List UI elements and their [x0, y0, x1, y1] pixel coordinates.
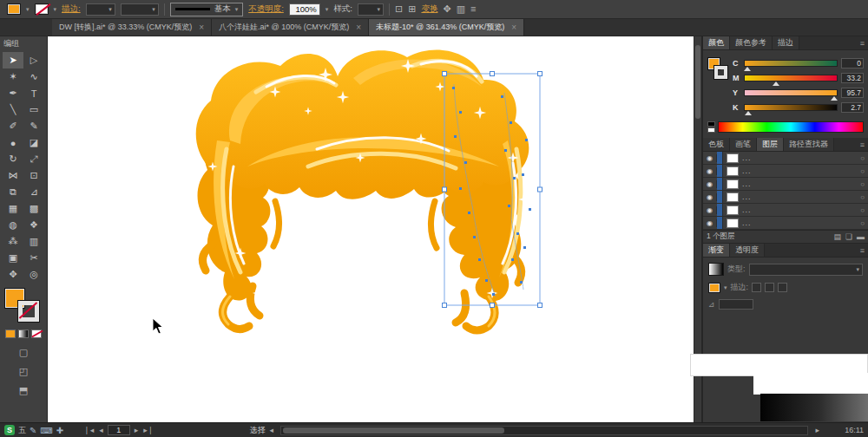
ime-pen-icon[interactable]: ✎ — [30, 426, 36, 435]
panel-stroke-swatch[interactable] — [714, 66, 727, 79]
draw-mode-icon[interactable]: ▢ — [19, 347, 28, 358]
rotate-tool[interactable]: ↻ — [3, 151, 23, 167]
color-tab[interactable]: 颜色 — [703, 36, 730, 49]
document-tab[interactable]: 八个洋娃娃.ai* @ 100% (CMYK/预览)× — [212, 19, 369, 36]
screen-mode-icon[interactable]: ◰ — [19, 366, 28, 377]
perspective-grid-tool[interactable]: ⊿ — [23, 184, 44, 200]
scale-tool[interactable]: ⤢ — [23, 151, 44, 167]
panel-menu-icon[interactable]: ≡ — [470, 4, 476, 14]
color-tab[interactable]: 描边 — [773, 36, 799, 49]
ime-settings-icon[interactable]: ✚ — [56, 426, 63, 435]
layer-target-icon[interactable]: ○ — [860, 180, 865, 188]
stroke-color-swatch[interactable] — [35, 3, 49, 15]
opacity-dropdown-icon[interactable]: ▾ — [326, 6, 329, 13]
panel-menu-icon[interactable]: ≡ — [857, 244, 868, 257]
last-artboard-icon[interactable]: ▸❘ — [142, 426, 155, 434]
layer-row[interactable]: ◉...○ — [703, 152, 868, 165]
paintbrush-tool[interactable]: ✐ — [3, 118, 23, 134]
align-icon[interactable]: ✥ — [443, 4, 450, 14]
gradient-button[interactable] — [18, 329, 29, 338]
delete-layer-icon[interactable]: ▬ — [857, 232, 865, 241]
layer-row[interactable]: ◉...○ — [703, 204, 868, 217]
gradient-swatch-dropdown-icon[interactable]: ▾ — [724, 284, 727, 291]
mesh-tool[interactable]: ▦ — [3, 200, 23, 217]
layer-selection-column[interactable] — [717, 191, 723, 203]
eraser-tool[interactable]: ◪ — [23, 134, 44, 151]
layer-target-icon[interactable]: ○ — [860, 219, 865, 227]
layer-row[interactable]: ◉...○ — [703, 165, 868, 178]
scroll-left-icon[interactable]: ◂ — [268, 426, 274, 434]
channel-slider[interactable] — [744, 60, 838, 67]
stroke-proxy-swatch[interactable] — [18, 301, 39, 322]
stroke-option-1-icon[interactable] — [752, 283, 761, 292]
brush-definition-field[interactable]: ▾ — [121, 3, 159, 16]
artboard-tool[interactable]: ▣ — [3, 250, 23, 266]
stroke-link[interactable]: 描边: — [62, 3, 81, 15]
layer-row[interactable]: ◉...○ — [703, 178, 868, 191]
layer-target-icon[interactable]: ○ — [860, 167, 865, 175]
layer-row[interactable]: ◉...○ — [703, 217, 868, 230]
gradient-fill-swatch[interactable] — [708, 283, 720, 293]
free-transform-tool[interactable]: ⊡ — [23, 167, 44, 184]
blend-tool[interactable]: ❖ — [23, 217, 44, 233]
opacity-link[interactable]: 不透明度: — [248, 3, 284, 15]
expand-panel-icon[interactable]: ⬒ — [19, 385, 28, 396]
hand-tool[interactable]: ✥ — [3, 266, 23, 283]
blob-brush-tool[interactable]: ● — [3, 134, 23, 151]
direct-selection-tool[interactable]: ▷ — [23, 52, 44, 68]
channel-slider[interactable] — [744, 89, 838, 96]
transform-link[interactable]: 变换 — [421, 3, 437, 15]
line-segment-tool[interactable]: ╲ — [3, 101, 23, 118]
recolor-artwork-icon[interactable]: ⊡ — [395, 4, 403, 14]
layer-target-icon[interactable]: ○ — [860, 206, 865, 214]
tab-close-icon[interactable]: × — [356, 23, 361, 32]
eyedropper-tool[interactable]: ◍ — [3, 217, 23, 233]
channel-value-field[interactable]: 2.7 — [841, 102, 864, 113]
channel-value-field[interactable]: 95.7 — [841, 88, 864, 98]
symbol-sprayer-tool[interactable]: ⁂ — [3, 233, 23, 250]
document-tab[interactable]: DW [转换].ai* @ 33.33% (CMYK/预览)× — [52, 19, 212, 36]
column-graph-tool[interactable]: ▥ — [23, 233, 44, 250]
layer-selection-column[interactable] — [717, 204, 723, 216]
visibility-eye-icon[interactable]: ◉ — [703, 154, 717, 162]
ime-keyboard-icon[interactable]: ⌨ — [40, 426, 52, 435]
layer-selection-column[interactable] — [717, 217, 723, 229]
next-artboard-icon[interactable]: ▸ — [134, 426, 140, 434]
document-tab[interactable]: 未标题-10* @ 361.43% (CMYK/预览)× — [369, 19, 524, 36]
graph-icon[interactable]: ▥ — [457, 4, 465, 14]
gradient-type-select[interactable]: ▾ — [749, 264, 863, 276]
layer-row[interactable]: ◉...○ — [703, 191, 868, 204]
vertical-scrollbar-thumb[interactable] — [695, 45, 700, 119]
black-white-swatches[interactable] — [707, 121, 715, 133]
gradient-tool[interactable]: ▩ — [23, 200, 44, 217]
lower-tab[interactable]: 渐变 — [703, 244, 730, 257]
layer-selection-column[interactable] — [717, 178, 723, 190]
stroke-dropdown-icon[interactable]: ▾ — [54, 6, 57, 13]
none-button[interactable] — [31, 329, 42, 338]
magic-wand-tool[interactable]: ✶ — [3, 68, 23, 85]
panel-tab[interactable]: 图层 — [757, 138, 784, 151]
layer-target-icon[interactable]: ○ — [860, 154, 865, 162]
shape-builder-tool[interactable]: ⧉ — [3, 184, 23, 200]
stroke-weight-field[interactable]: ▾ — [86, 3, 115, 16]
panel-menu-icon[interactable]: ≡ — [857, 138, 868, 151]
zoom-tool[interactable]: ◎ — [23, 266, 44, 283]
selection-tool[interactable]: ➤ — [3, 52, 23, 68]
style-field[interactable]: ▾ — [358, 3, 384, 16]
panel-tab[interactable]: 色板 — [703, 138, 730, 151]
make-mask-icon[interactable]: ▤ — [833, 232, 841, 241]
slice-tool[interactable]: ✂ — [23, 250, 44, 266]
panel-tab[interactable]: 画笔 — [730, 138, 757, 151]
horizontal-scrollbar-thumb[interactable] — [283, 427, 504, 434]
visibility-eye-icon[interactable]: ◉ — [703, 206, 717, 214]
opacity-field[interactable]: 100% — [289, 3, 320, 16]
rectangle-tool[interactable]: ▭ — [23, 101, 44, 118]
channel-slider[interactable] — [744, 75, 838, 82]
layer-selection-column[interactable] — [717, 165, 723, 177]
prev-artboard-icon[interactable]: ◂ — [98, 426, 104, 434]
ime-badge-icon[interactable]: S — [4, 425, 15, 435]
gradient-angle-field[interactable] — [719, 299, 753, 310]
channel-slider-thumb[interactable] — [744, 67, 751, 71]
tab-close-icon[interactable]: × — [511, 23, 516, 32]
visibility-eye-icon[interactable]: ◉ — [703, 193, 717, 201]
